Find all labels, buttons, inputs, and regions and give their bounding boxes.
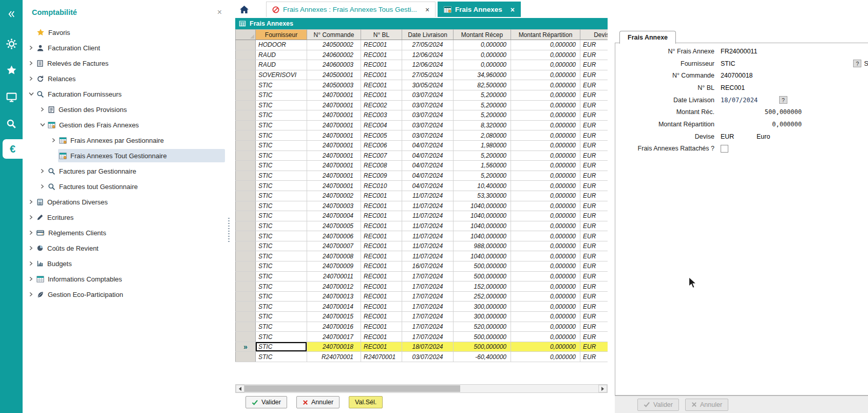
row-selector[interactable]: [235, 161, 256, 171]
grid-cell[interactable]: 500,000000: [454, 332, 511, 342]
grid-cell[interactable]: REC001: [361, 70, 402, 80]
chevron-right-icon[interactable]: [27, 292, 35, 297]
grid-cell[interactable]: 0,000000: [511, 90, 580, 100]
grid-cell[interactable]: 240700001: [307, 121, 361, 130]
grid-cell[interactable]: REC009: [361, 171, 402, 181]
grid-cell[interactable]: REC001: [361, 292, 402, 302]
grid-cell[interactable]: 240700002: [307, 191, 361, 201]
grid-cell[interactable]: REC007: [361, 151, 402, 161]
row-selector[interactable]: [235, 121, 256, 130]
grid-row[interactable]: STIC240700015REC00117/07/2024300,0000000…: [235, 312, 608, 322]
grid-cell[interactable]: 500,000000: [454, 342, 511, 352]
tab-frais-annexes-tous-gestionnaires[interactable]: Frais Annexes : Frais Annexes Tous Gesti…: [266, 2, 436, 17]
grid-cell[interactable]: EUR: [580, 151, 608, 161]
grid-cell[interactable]: EUR: [580, 272, 608, 281]
grid-row[interactable]: STIC240700001REC00804/07/20241,5600000,0…: [235, 161, 608, 171]
grid-row[interactable]: STIC240700001REC00303/07/20245,2000000,0…: [235, 110, 608, 121]
grid-cell[interactable]: REC001: [361, 211, 402, 221]
grid-cell[interactable]: 1040,000000: [454, 211, 511, 221]
grid-cell[interactable]: REC001: [361, 302, 402, 311]
grid-cell[interactable]: 34,960000: [454, 70, 511, 80]
row-selector[interactable]: [235, 171, 256, 181]
chevron-right-icon[interactable]: [27, 199, 35, 204]
grid-cell[interactable]: EUR: [580, 40, 608, 50]
grid-cell[interactable]: 240500001: [307, 70, 361, 80]
grid-cell[interactable]: 16/07/2024: [402, 261, 454, 271]
grid-cell[interactable]: 0,000000: [511, 151, 580, 161]
row-selector[interactable]: [235, 292, 256, 302]
grid-cell[interactable]: STIC: [256, 171, 307, 181]
grid-cell[interactable]: EUR: [580, 342, 608, 352]
grid-row[interactable]: STIC240700001REC01004/07/202410,4000000,…: [235, 181, 608, 191]
grid-row[interactable]: STIC240700006REC00111/07/20241040,000000…: [235, 231, 608, 241]
grid-cell[interactable]: 0,000000: [511, 171, 580, 181]
grid-cell[interactable]: 17/07/2024: [402, 322, 454, 332]
grid-cell[interactable]: RAUD: [256, 60, 307, 70]
grid-row[interactable]: STIC240700004REC00111/07/20241040,000000…: [235, 211, 608, 221]
sidebar-resize-handle[interactable]: [228, 218, 230, 243]
horizontal-scrollbar[interactable]: [235, 384, 608, 393]
grid-cell[interactable]: EUR: [580, 241, 608, 251]
grid-cell[interactable]: 0,000000: [511, 272, 580, 281]
grid-cell[interactable]: STIC: [256, 261, 307, 271]
column-header-devise[interactable]: Devise: [580, 29, 608, 40]
grid-cell[interactable]: EUR: [580, 121, 608, 130]
search-button[interactable]: [0, 114, 23, 134]
row-selector[interactable]: [235, 251, 256, 261]
grid-cell[interactable]: 04/07/2024: [402, 181, 454, 191]
grid-cell[interactable]: 04/07/2024: [402, 171, 454, 181]
grid-cell[interactable]: EUR: [580, 60, 608, 70]
row-selector[interactable]: [235, 241, 256, 251]
grid-row[interactable]: STIC240700017REC00117/07/2024500,0000000…: [235, 332, 608, 342]
grid-cell[interactable]: 240700001: [307, 171, 361, 181]
grid-cell[interactable]: 1040,000000: [454, 231, 511, 241]
grid-cell[interactable]: EUR: [580, 261, 608, 271]
annuler-button[interactable]: Annuler: [296, 396, 339, 408]
grid-row[interactable]: STIC240700001REC00103/07/20245,2000000,0…: [235, 90, 608, 101]
grid-cell[interactable]: STIC: [256, 251, 307, 261]
row-selector[interactable]: [235, 141, 256, 151]
tab-close-icon[interactable]: ×: [425, 6, 429, 14]
row-selector[interactable]: [235, 130, 256, 140]
grid-cell[interactable]: 152,000000: [454, 281, 511, 291]
grid-cell[interactable]: 500,000000: [454, 272, 511, 281]
grid-cell[interactable]: 11/07/2024: [402, 211, 454, 221]
grid-cell[interactable]: 240700001: [307, 181, 361, 191]
grid-row[interactable]: STIC240700001REC00904/07/20245,2000000,0…: [235, 171, 608, 181]
grid-cell[interactable]: REC001: [361, 80, 402, 90]
grid-cell[interactable]: EUR: [580, 130, 608, 140]
grid-row[interactable]: STIC240700009REC00116/07/2024500,0000000…: [235, 261, 608, 272]
grid-cell[interactable]: 0,000000: [511, 161, 580, 171]
grid-cell[interactable]: 0,000000: [511, 70, 580, 80]
grid-row[interactable]: STIC240700001REC00704/07/20245,2000000,0…: [235, 151, 608, 161]
grid-cell[interactable]: EUR: [580, 80, 608, 90]
grid-cell[interactable]: EUR: [580, 201, 608, 211]
grid-cell[interactable]: REC001: [361, 251, 402, 261]
grid-cell[interactable]: REC001: [361, 332, 402, 342]
settings-button[interactable]: [0, 34, 23, 53]
scrollbar-thumb[interactable]: [244, 385, 460, 392]
row-selector[interactable]: [235, 302, 256, 311]
date-help-button[interactable]: ?: [779, 96, 787, 104]
grid-cell[interactable]: 0,000000: [454, 40, 511, 50]
grid-cell[interactable]: STIC: [256, 272, 307, 281]
grid-cell[interactable]: 5,200000: [454, 90, 511, 100]
grid-cell[interactable]: STIC: [256, 101, 307, 110]
grid-cell[interactable]: 11/07/2024: [402, 221, 454, 231]
grid-cell[interactable]: STIC: [256, 130, 307, 140]
grid-cell[interactable]: REC005: [361, 130, 402, 140]
grid-cell[interactable]: 240500002: [307, 40, 361, 50]
grid-cell[interactable]: 240700017: [307, 332, 361, 342]
grid-cell[interactable]: 17/07/2024: [402, 312, 454, 322]
sidebar-item-facturation-fournisseurs[interactable]: Facturation Fournisseurs: [23, 86, 229, 102]
row-selector[interactable]: [235, 110, 256, 120]
grid-cell[interactable]: 240700004: [307, 211, 361, 221]
grid-cell[interactable]: EUR: [580, 50, 608, 60]
val-sel-button[interactable]: Val.Sél.: [349, 396, 383, 408]
grid-cell[interactable]: EUR: [580, 352, 608, 362]
grid-row[interactable]: STICR24070001R2407000103/07/2024-60,4000…: [235, 352, 608, 362]
tab-frais-annexes[interactable]: Frais Annexes ×: [438, 2, 521, 17]
frais-annexes-rattaches-checkbox[interactable]: [721, 145, 728, 153]
chevron-right-icon[interactable]: [38, 168, 47, 174]
sidebar-item-facturation-client[interactable]: Facturation Client: [23, 40, 229, 55]
